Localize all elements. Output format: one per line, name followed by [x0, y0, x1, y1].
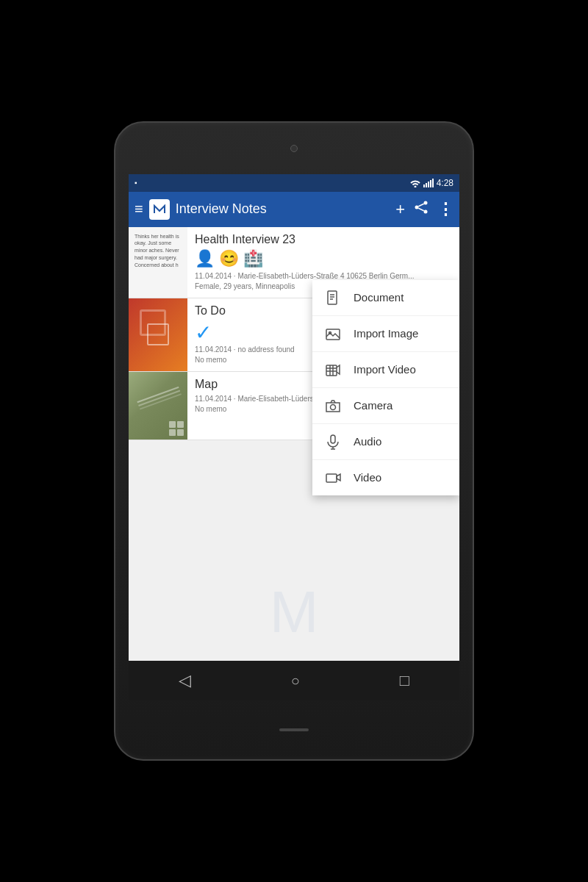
audio-icon — [324, 433, 342, 451]
svg-line-8 — [418, 204, 423, 206]
health-thumb: Thinks her health is okay. Just some min… — [129, 227, 187, 298]
medical-icon: 🏥 — [243, 249, 263, 268]
menu-item-import-image[interactable]: Import Image — [312, 316, 459, 352]
device-top — [115, 123, 473, 174]
recents-button[interactable]: □ — [394, 665, 415, 696]
audio-label: Audio — [354, 435, 381, 448]
health-thumb-text: Thinks her health is okay. Just some min… — [132, 230, 184, 272]
svg-rect-3 — [430, 180, 431, 187]
app-title: Interview Notes — [176, 201, 395, 217]
video-icon — [324, 469, 342, 487]
import-video-icon — [324, 361, 342, 379]
home-button[interactable]: ○ — [285, 667, 306, 695]
nav-bar: ◁ ○ □ — [129, 661, 459, 700]
health-icons-row: 👤 😊 🏥 — [195, 249, 452, 268]
app-watermark: M — [270, 578, 319, 646]
document-icon — [324, 289, 342, 306]
screen: ▪ 4:28 — [129, 174, 459, 701]
todo-thumb-img — [129, 298, 187, 371]
smile-icon: 😊 — [219, 249, 239, 268]
svg-rect-10 — [328, 291, 337, 304]
app-bar-actions: + ⋮ — [395, 200, 453, 219]
share-icon — [414, 201, 429, 214]
menu-item-document[interactable]: Document — [312, 280, 459, 316]
todo-thumb — [129, 298, 187, 371]
map-thumb-img — [129, 372, 187, 440]
svg-rect-4 — [432, 179, 434, 187]
front-camera — [290, 145, 298, 152]
menu-item-audio[interactable]: Audio — [312, 424, 459, 460]
person-icon: 👤 — [195, 249, 215, 268]
time-display: 4:28 — [437, 178, 453, 188]
status-right: 4:28 — [410, 178, 453, 188]
import-image-label: Import Image — [354, 327, 418, 340]
svg-rect-16 — [326, 365, 337, 376]
svg-point-21 — [331, 404, 336, 409]
home-indicator — [279, 728, 309, 731]
import-image-icon — [324, 325, 342, 343]
svg-rect-2 — [428, 182, 429, 187]
status-left: ▪ — [135, 179, 137, 187]
menu-item-import-video[interactable]: Import Video — [312, 352, 459, 388]
add-button[interactable]: + — [395, 200, 405, 219]
svg-rect-25 — [326, 474, 337, 482]
content-area: Thinks her health is okay. Just some min… — [129, 227, 459, 662]
wifi-icon — [410, 179, 420, 187]
app-logo — [149, 199, 170, 220]
health-card-title: Health Interview 23 — [195, 233, 452, 246]
share-button[interactable] — [414, 201, 429, 218]
notification-icon: ▪ — [135, 179, 137, 187]
hamburger-button[interactable]: ≡ — [135, 201, 143, 218]
signal-icon — [423, 179, 434, 187]
status-bar: ▪ 4:28 — [129, 174, 459, 192]
camera-icon — [324, 397, 342, 415]
device-bottom — [115, 700, 473, 759]
document-label: Document — [354, 291, 404, 304]
svg-rect-22 — [331, 435, 335, 443]
logo-icon — [153, 203, 166, 216]
menu-item-video[interactable]: Video — [312, 460, 459, 495]
map-grid-icon — [169, 421, 184, 436]
svg-point-5 — [424, 201, 428, 205]
svg-line-9 — [418, 208, 423, 210]
device: ▪ 4:28 — [114, 121, 474, 761]
dropdown-menu: Document Import Image — [312, 280, 459, 495]
svg-point-7 — [415, 206, 419, 209]
svg-point-6 — [424, 210, 428, 214]
svg-rect-1 — [426, 183, 427, 187]
app-bar: ≡ Interview Notes + — [129, 192, 459, 227]
more-button[interactable]: ⋮ — [437, 200, 453, 219]
svg-rect-0 — [423, 184, 425, 187]
menu-item-camera[interactable]: Camera — [312, 388, 459, 424]
import-video-label: Import Video — [354, 363, 416, 376]
back-button[interactable]: ◁ — [173, 665, 197, 696]
map-thumb — [129, 372, 187, 440]
video-label: Video — [354, 471, 381, 484]
camera-label: Camera — [354, 399, 392, 412]
